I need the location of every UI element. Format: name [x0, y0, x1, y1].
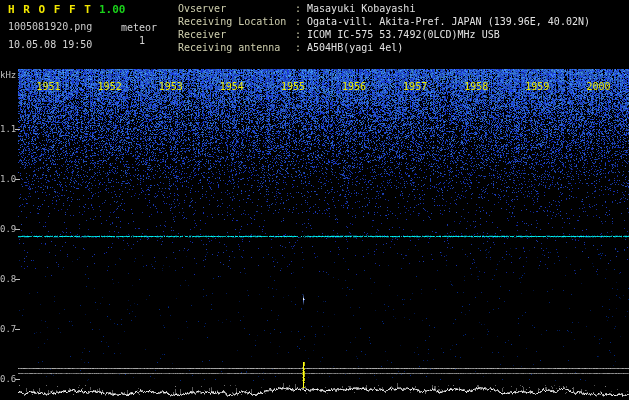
- info-colon: :: [295, 29, 301, 40]
- time-label: 1951: [29, 81, 69, 92]
- app-version: 1.00: [99, 3, 126, 16]
- info-value: Ogata-vill. Akita-Pref. JAPAN (139.96E, …: [307, 16, 590, 27]
- freq-label: 0.8: [0, 274, 16, 284]
- time-label: 1954: [212, 81, 252, 92]
- info-colon: :: [295, 16, 301, 27]
- mode-label: meteor: [121, 22, 157, 33]
- freq-label: 1.1: [0, 124, 16, 134]
- time-label: 1957: [395, 81, 435, 92]
- freq-label: 0.7: [0, 324, 16, 334]
- time-label: 1959: [517, 81, 557, 92]
- time-label: 1955: [273, 81, 313, 92]
- info-value: Masayuki Kobayashi: [307, 3, 415, 14]
- info-value: A504HB(yagi 4el): [307, 42, 403, 53]
- info-row: Receiver:ICOM IC-575 53.7492(0LCD)MHz US…: [178, 28, 590, 41]
- info-colon: :: [295, 42, 301, 53]
- freq-unit-label: kHz: [0, 70, 16, 80]
- output-filename: 1005081920.png: [8, 21, 92, 32]
- record-datetime: 10.05.08 19:50: [8, 39, 92, 50]
- info-label: Receiving antenna: [178, 41, 295, 54]
- freq-label: 0.6: [0, 374, 16, 384]
- info-colon: :: [295, 3, 301, 14]
- time-label: 2000: [578, 81, 618, 92]
- info-label: Receiver: [178, 28, 295, 41]
- info-value: ICOM IC-575 53.7492(0LCD)MHz USB: [307, 29, 500, 40]
- time-label: 1956: [334, 81, 374, 92]
- info-block: Ovserver:Masayuki KobayashiReceiving Loc…: [178, 2, 590, 54]
- info-row: Receiving antenna:A504HB(yagi 4el): [178, 41, 590, 54]
- time-label: 1958: [456, 81, 496, 92]
- hrofft-screenshot: H R O F F T 1.00 1005081920.png meteor 1…: [0, 0, 629, 400]
- event-count: 1: [139, 35, 145, 46]
- freq-label: 1.0: [0, 174, 16, 184]
- info-label: Ovserver: [178, 2, 295, 15]
- info-row: Ovserver:Masayuki Kobayashi: [178, 2, 590, 15]
- spectrogram-canvas: [0, 0, 629, 400]
- time-label: 1953: [151, 81, 191, 92]
- info-row: Receiving Location:Ogata-vill. Akita-Pre…: [178, 15, 590, 28]
- info-label: Receiving Location: [178, 15, 295, 28]
- time-label: 1952: [90, 81, 130, 92]
- freq-label: 0.9: [0, 224, 16, 234]
- app-title: H R O F F T: [8, 3, 92, 16]
